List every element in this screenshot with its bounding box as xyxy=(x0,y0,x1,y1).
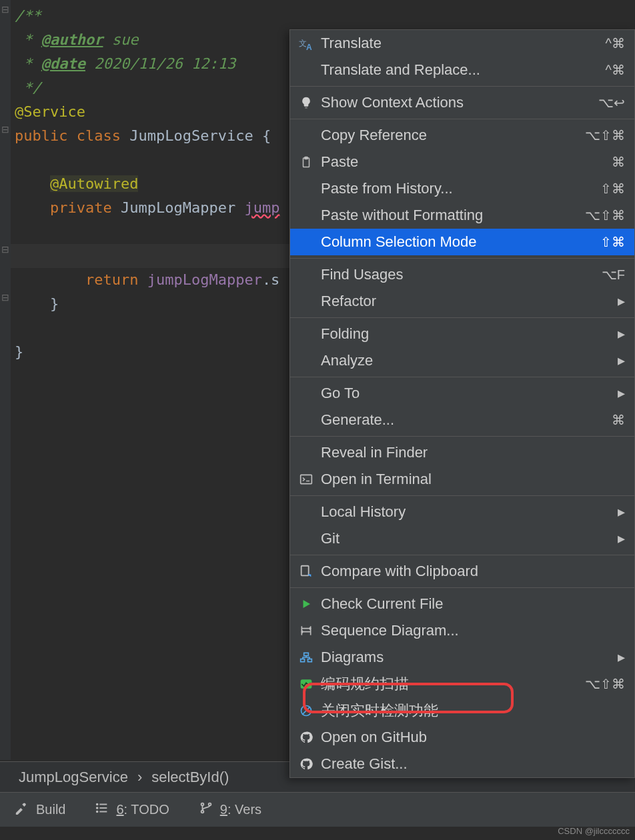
svg-point-6 xyxy=(201,803,203,806)
svg-rect-13 xyxy=(301,475,312,483)
brace: } xyxy=(15,295,59,312)
build-label: Build xyxy=(36,802,65,817)
breadcrumb-method[interactable]: selectById() xyxy=(151,769,229,786)
menu-separator xyxy=(290,258,634,259)
fold-marker[interactable]: ⊟ xyxy=(1,124,9,135)
menu-separator xyxy=(290,377,634,377)
branch-icon xyxy=(199,801,213,819)
shortcut: ⌘ xyxy=(612,412,625,428)
doc-line: */ xyxy=(15,79,41,96)
menu-label: Local History xyxy=(321,503,406,521)
menu-separator xyxy=(290,436,634,437)
submenu-arrow-icon: ▸ xyxy=(618,649,625,666)
menu-copy-reference[interactable]: Copy Reference ⌥⇧⌘ xyxy=(290,122,634,149)
shortcut: ⌥F xyxy=(602,267,625,283)
version-tool-button[interactable]: 9: Vers xyxy=(184,793,276,827)
context-menu[interactable]: 文A Translate ^⌘ Translate and Replace...… xyxy=(289,29,635,778)
svg-point-4 xyxy=(97,807,98,809)
menu-close-detection[interactable]: 关闭实时检测功能 xyxy=(290,697,634,724)
svg-text:A: A xyxy=(306,43,312,51)
shortcut: ⌘ xyxy=(612,154,625,170)
menu-separator xyxy=(290,587,634,588)
svg-point-3 xyxy=(97,804,98,805)
svg-point-5 xyxy=(97,811,98,813)
shortcut: ^⌘ xyxy=(606,62,625,78)
menu-compare-clipboard[interactable]: Compare with Clipboard xyxy=(290,558,634,585)
menu-refactor[interactable]: Refactor ▸ xyxy=(290,288,634,315)
diagram-icon xyxy=(297,648,315,667)
play-icon xyxy=(297,595,315,613)
menu-label: Reveal in Finder xyxy=(321,444,428,461)
build-tool-button[interactable]: Build xyxy=(0,793,80,827)
shortcut: ⌥↩ xyxy=(598,95,625,111)
bulb-icon xyxy=(297,93,315,112)
menu-generate[interactable]: Generate... ⌘ xyxy=(290,407,634,433)
menu-translate[interactable]: 文A Translate ^⌘ xyxy=(290,30,634,57)
svg-rect-14 xyxy=(301,566,309,576)
menu-open-terminal[interactable]: Open in Terminal xyxy=(290,466,634,493)
menu-folding[interactable]: Folding ▸ xyxy=(290,321,634,347)
menu-context-actions[interactable]: Show Context Actions ⌥↩ xyxy=(290,89,634,116)
menu-paste-history[interactable]: Paste from History... ⇧⌘ xyxy=(290,175,634,202)
menu-paste[interactable]: Paste ⌘ xyxy=(290,149,634,175)
menu-local-history[interactable]: Local History ▸ xyxy=(290,499,634,525)
list-icon xyxy=(95,801,109,819)
terminal-icon xyxy=(297,470,315,489)
menu-label: Paste from History... xyxy=(321,180,453,197)
menu-separator xyxy=(290,119,634,119)
menu-label: Analyze xyxy=(321,352,373,369)
menu-reveal-finder[interactable]: Reveal in Finder xyxy=(290,439,634,466)
menu-separator xyxy=(290,86,634,87)
menu-label: Show Context Actions xyxy=(321,94,464,111)
todo-tool-button[interactable]: 6: TODO xyxy=(80,793,183,827)
menu-git[interactable]: Git ▸ xyxy=(290,525,634,552)
menu-label: Diagrams xyxy=(321,649,384,666)
menu-open-github[interactable]: Open on GitHub xyxy=(290,724,634,751)
svg-rect-19 xyxy=(308,659,312,662)
svg-point-8 xyxy=(208,803,211,806)
menu-check-file[interactable]: Check Current File xyxy=(290,591,634,617)
menu-paste-plain[interactable]: Paste without Formatting ⌥⇧⌘ xyxy=(290,202,634,229)
code-scan-icon xyxy=(297,675,315,693)
watermark: CSDN @jilccccccc xyxy=(558,826,630,836)
menu-label: Sequence Diagram... xyxy=(321,622,459,639)
submenu-arrow-icon: ▸ xyxy=(618,503,625,521)
annotation: @Autowired xyxy=(50,175,138,192)
menu-label: Generate... xyxy=(321,411,394,429)
menu-separator xyxy=(290,555,634,555)
menu-label: Open on GitHub xyxy=(321,729,427,746)
menu-label: Refactor xyxy=(321,293,376,310)
menu-goto[interactable]: Go To ▸ xyxy=(290,380,634,407)
gutter: ⊟ ⊟ ⊟ ⊟ xyxy=(0,0,11,760)
menu-separator xyxy=(290,317,634,318)
menu-label: 编码规约扫描 xyxy=(321,674,409,694)
breadcrumb-class[interactable]: JumpLogService xyxy=(19,769,128,786)
submenu-arrow-icon: ▸ xyxy=(618,385,625,402)
doc-line: /** xyxy=(15,7,41,24)
menu-label: Folding xyxy=(321,325,369,343)
keyword: private xyxy=(50,199,121,216)
menu-find-usages[interactable]: Find Usages ⌥F xyxy=(290,261,634,288)
menu-code-scan[interactable]: 编码规约扫描 ⌥⇧⌘ xyxy=(290,671,634,697)
todo-label: 6: TODO xyxy=(116,802,169,817)
menu-translate-replace[interactable]: Translate and Replace... ^⌘ xyxy=(290,57,634,83)
submenu-arrow-icon: ▸ xyxy=(618,530,625,547)
menu-label: Create Gist... xyxy=(321,755,408,773)
doc-line: * @date 2020/11/26 12:13 xyxy=(15,55,235,72)
menu-label: Open in Terminal xyxy=(321,471,432,488)
github-icon xyxy=(297,728,315,747)
menu-create-gist[interactable]: Create Gist... xyxy=(290,751,634,777)
submenu-arrow-icon: ▸ xyxy=(618,293,625,310)
fold-marker[interactable]: ⊟ xyxy=(1,292,9,303)
menu-analyze[interactable]: Analyze ▸ xyxy=(290,347,634,374)
hammer-icon xyxy=(15,801,29,819)
shortcut: ⌥⇧⌘ xyxy=(585,207,625,223)
menu-diagrams[interactable]: Diagrams ▸ xyxy=(290,644,634,671)
menu-sequence-diagram[interactable]: Sequence Diagram... xyxy=(290,617,634,644)
disable-icon xyxy=(297,701,315,720)
shortcut: ⇧⌘ xyxy=(600,234,625,250)
menu-column-selection[interactable]: Column Selection Mode ⇧⌘ xyxy=(290,229,634,255)
fold-marker[interactable]: ⊟ xyxy=(1,244,9,255)
tool-window-bar[interactable]: Build 6: TODO 9: Vers xyxy=(0,792,635,827)
fold-marker[interactable]: ⊟ xyxy=(1,4,9,15)
